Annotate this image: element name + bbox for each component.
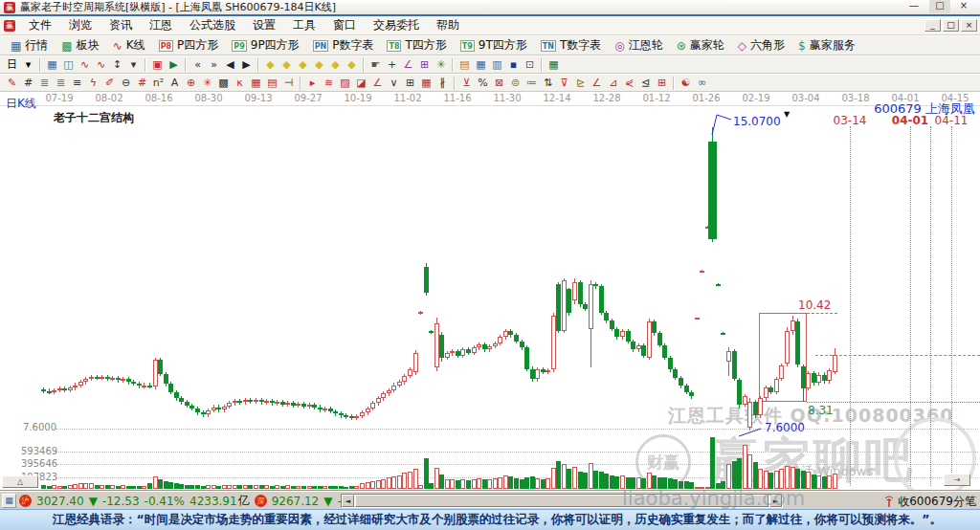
- draw-tool-icon-24[interactable]: ∨: [386, 76, 402, 91]
- toolbar-button-5[interactable]: PNP数字表: [306, 36, 381, 55]
- draw-tool-icon-44[interactable]: ∞: [694, 76, 710, 91]
- nav-tool-icon-23[interactable]: ◆: [344, 57, 360, 73]
- nav-tool-icon-1[interactable]: ▾: [20, 57, 36, 73]
- toolbar-button-10[interactable]: ⊛赢家轮: [670, 36, 731, 55]
- menu-item-4[interactable]: 公式选股: [181, 18, 244, 32]
- nav-tool-icon-35[interactable]: ⊡: [522, 57, 538, 73]
- restore-icon[interactable]: □: [929, 0, 950, 13]
- menu-item-7[interactable]: 窗口: [324, 18, 365, 32]
- draw-tool-icon-20[interactable]: ≋: [321, 76, 337, 91]
- draw-tool-icon-7[interactable]: ⊖: [118, 76, 134, 91]
- toolbar-button-9[interactable]: ◎江恩轮: [608, 36, 669, 55]
- nav-tool-icon-5[interactable]: ∿: [77, 57, 93, 73]
- nav-tool-icon-18[interactable]: ◆: [262, 57, 278, 73]
- nav-tool-icon-6[interactable]: ∿: [93, 57, 109, 73]
- draw-tool-icon-9[interactable]: n²: [150, 76, 167, 91]
- menu-item-5[interactable]: 设置: [244, 18, 284, 32]
- draw-tool-icon-41[interactable]: ⊞: [654, 76, 670, 91]
- toolbar-button-1[interactable]: ▩板块: [55, 36, 105, 55]
- quote-grid-icon[interactable]: ▦: [2, 494, 16, 508]
- nav-tool-icon-4[interactable]: ◫: [60, 57, 77, 73]
- chart-scrollbar[interactable]: ◄ ►: [341, 494, 783, 508]
- close-icon[interactable]: ×: [953, 0, 974, 13]
- child-minimize-icon[interactable]: _: [924, 19, 941, 32]
- draw-tool-icon-22[interactable]: ◪: [353, 76, 369, 91]
- nav-tool-icon-10[interactable]: ▣: [149, 57, 166, 73]
- toolbar-button-6[interactable]: T8T四方形: [380, 36, 453, 55]
- draw-tool-icon-17[interactable]: ⊣: [280, 76, 297, 91]
- draw-tool-icon-25[interactable]: ⊞: [402, 76, 418, 91]
- nav-tool-icon-29[interactable]: ✳: [433, 57, 449, 73]
- pane-expand-button[interactable]: △: [2, 475, 38, 488]
- tick-receiver[interactable]: 收600679分笔: [883, 494, 976, 510]
- nav-tool-icon-28[interactable]: ⊞: [416, 57, 433, 73]
- draw-tool-icon-15[interactable]: ▦: [248, 76, 264, 91]
- toolbar-button-2[interactable]: ∿K线: [106, 36, 152, 55]
- toolbar-button-0[interactable]: ▦行情: [4, 36, 55, 55]
- draw-tool-icon-13[interactable]: ▩: [215, 76, 232, 91]
- draw-tool-icon-4[interactable]: ≡: [69, 76, 85, 91]
- nav-tool-icon-25[interactable]: ☛: [368, 57, 384, 73]
- draw-tool-icon-10[interactable]: A: [167, 76, 183, 91]
- nav-tool-icon-0[interactable]: 日: [4, 57, 20, 73]
- pane-arrow-button[interactable]: →: [944, 474, 970, 486]
- child-close-icon[interactable]: ×: [961, 19, 977, 32]
- toolbar-button-11[interactable]: ◇六角形: [731, 36, 791, 55]
- draw-tool-icon-31[interactable]: ⊠: [491, 76, 507, 91]
- draw-tool-icon-38[interactable]: ⊿: [605, 76, 621, 91]
- nav-tool-icon-31[interactable]: ▤: [457, 57, 473, 73]
- draw-tool-icon-0[interactable]: ✎: [4, 76, 20, 91]
- draw-tool-icon-27[interactable]: ∦: [434, 76, 451, 91]
- nav-tool-icon-34[interactable]: ▪: [505, 57, 522, 73]
- draw-tool-icon-34[interactable]: ⇅: [540, 76, 556, 91]
- draw-tool-icon-32[interactable]: ⊜: [507, 76, 523, 91]
- scroll-left-icon[interactable]: ◄: [342, 495, 354, 507]
- menu-item-6[interactable]: 工具: [284, 18, 324, 32]
- draw-tool-icon-43[interactable]: ☯: [678, 76, 694, 91]
- draw-tool-icon-14[interactable]: κ: [232, 76, 248, 91]
- nav-tool-icon-19[interactable]: ◆: [278, 57, 295, 73]
- chart-area[interactable]: 07-1908-0208-1608-3009-1309-2710-1911-02…: [0, 92, 980, 491]
- nav-tool-icon-33[interactable]: ▥: [489, 57, 505, 73]
- nav-tool-icon-15[interactable]: ◀: [222, 57, 238, 73]
- nav-tool-icon-3[interactable]: ▦: [44, 57, 60, 73]
- draw-tool-icon-5[interactable]: ϟ: [85, 76, 101, 91]
- minimize-icon[interactable]: —: [903, 0, 924, 13]
- draw-tool-icon-21[interactable]: ▨: [337, 76, 353, 91]
- nav-tool-icon-14[interactable]: »: [206, 57, 222, 73]
- draw-tool-icon-33[interactable]: ≔: [523, 76, 540, 91]
- nav-tool-icon-37[interactable]: ▦: [546, 57, 562, 73]
- draw-tool-icon-2[interactable]: ≣: [36, 76, 53, 91]
- nav-tool-icon-22[interactable]: ◆: [327, 57, 344, 73]
- draw-tool-icon-30[interactable]: %: [475, 76, 491, 91]
- draw-tool-icon-3[interactable]: ≣: [53, 76, 69, 91]
- draw-tool-icon-26[interactable]: ▦: [418, 76, 434, 91]
- draw-tool-icon-1[interactable]: #: [20, 76, 36, 91]
- nav-tool-icon-20[interactable]: ◆: [295, 57, 311, 73]
- draw-tool-icon-23[interactable]: ∠: [369, 76, 386, 91]
- menu-item-1[interactable]: 浏览: [60, 18, 100, 32]
- menu-item-8[interactable]: 交易委托: [365, 18, 428, 32]
- draw-tool-icon-36[interactable]: ⊵: [572, 76, 589, 91]
- scroll-right-icon[interactable]: ►: [769, 495, 782, 507]
- toolbar-button-3[interactable]: P8P四方形: [152, 36, 226, 55]
- nav-tool-icon-21[interactable]: ◆: [311, 57, 327, 73]
- draw-tool-icon-11[interactable]: ⊕: [183, 76, 199, 91]
- draw-tool-icon-40[interactable]: ⊴: [637, 76, 654, 91]
- nav-tool-icon-11[interactable]: ▶: [166, 57, 182, 73]
- draw-tool-icon-6[interactable]: ✐: [101, 76, 118, 91]
- nav-tool-icon-7[interactable]: ↕: [109, 57, 125, 73]
- child-restore-icon[interactable]: □: [943, 19, 959, 32]
- menu-item-0[interactable]: 文件: [20, 18, 60, 32]
- draw-tool-icon-37[interactable]: ∠: [589, 76, 605, 91]
- nav-tool-icon-13[interactable]: «: [189, 57, 206, 73]
- draw-tool-icon-8[interactable]: #: [134, 76, 150, 91]
- draw-tool-icon-19[interactable]: ▸: [304, 76, 321, 91]
- toolbar-button-7[interactable]: T99T四方形: [454, 36, 534, 55]
- draw-tool-icon-16[interactable]: ▤: [264, 76, 280, 91]
- scrollbar-thumb[interactable]: [355, 495, 768, 507]
- toolbar-button-4[interactable]: P99P四方形: [225, 36, 305, 55]
- nav-tool-icon-8[interactable]: ▾: [125, 57, 142, 73]
- menu-item-9[interactable]: 帮助: [428, 18, 468, 32]
- draw-tool-icon-35[interactable]: ⊽: [556, 76, 572, 91]
